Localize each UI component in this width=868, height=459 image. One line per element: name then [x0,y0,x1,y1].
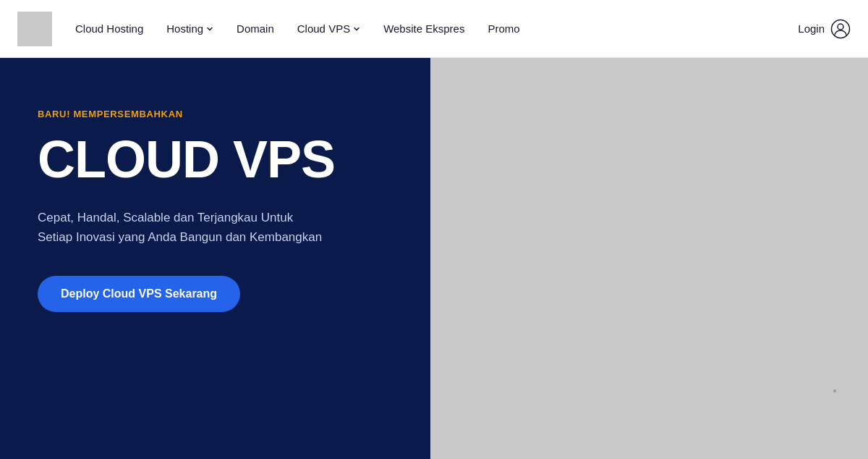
nav-hosting[interactable]: Hosting [166,22,213,35]
logo [17,12,52,46]
nav-promo[interactable]: Promo [488,22,519,35]
nav-domain[interactable]: Domain [237,22,274,35]
dot-decoration [833,389,836,392]
hero-badge: BARU! MEMPERSEMBAHKAN [38,109,393,119]
nav-links: Cloud Hosting Hosting Domain Cloud VPS W… [75,22,798,35]
hero-content: BARU! MEMPERSEMBAHKAN CLOUD VPS Cepat, H… [0,58,430,459]
svg-point-0 [832,20,850,38]
hero-section: BARU! MEMPERSEMBAHKAN CLOUD VPS Cepat, H… [0,58,868,459]
user-icon [830,19,851,39]
nav-cloud-vps[interactable]: Cloud VPS [297,22,360,35]
svg-point-1 [838,24,843,30]
login-button[interactable]: Login [798,19,851,39]
nav-cloud-hosting[interactable]: Cloud Hosting [75,22,143,35]
hero-image [430,58,868,459]
nav-website-ekspres[interactable]: Website Ekspres [383,22,464,35]
navbar: Cloud Hosting Hosting Domain Cloud VPS W… [0,0,868,58]
chevron-down-icon [353,25,360,33]
chevron-down-icon [206,25,213,33]
deploy-cta-button[interactable]: Deploy Cloud VPS Sekarang [38,276,240,312]
hero-title: CLOUD VPS [38,132,393,188]
hero-subtitle: Cepat, Handal, Scalable dan Terjangkau U… [38,208,385,247]
